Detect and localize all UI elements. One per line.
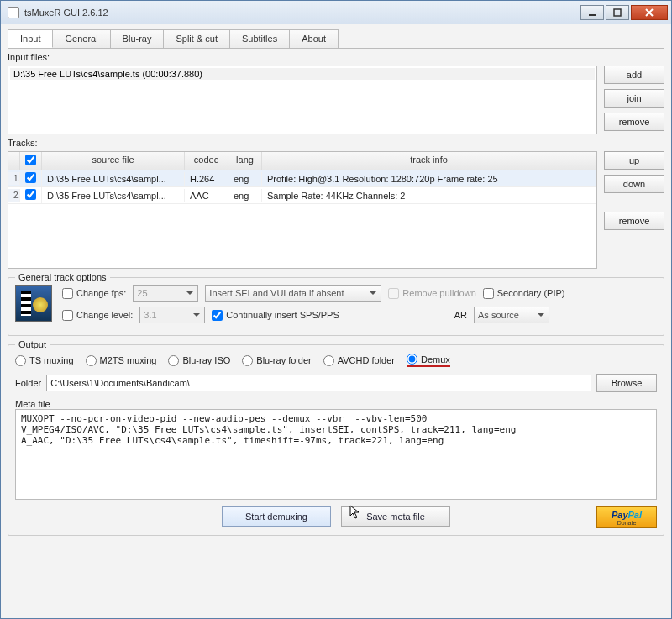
remove-track-button[interactable]: remove — [604, 212, 664, 230]
add-button[interactable]: add — [604, 66, 664, 84]
input-files-list[interactable]: D:\35 Free LUTs\cs4\sample.ts (00:00:37.… — [8, 66, 597, 134]
fps-select[interactable]: 25 — [133, 285, 198, 302]
check-all[interactable] — [25, 155, 36, 165]
general-track-options-group: General track options Change fps: 25 Ins… — [8, 277, 664, 336]
tab-bluray[interactable]: Blu-ray — [110, 29, 165, 48]
join-button[interactable]: join — [604, 89, 664, 108]
titlebar: tsMuxeR GUI 2.6.12 — [1, 1, 671, 24]
radio-ts-muxing[interactable]: TS muxing — [15, 355, 74, 366]
tracks-table[interactable]: source file codec lang track info 1 D:\3… — [8, 151, 597, 269]
col-track-info[interactable]: track info — [262, 152, 596, 170]
sei-select[interactable]: Insert SEI and VUI data if absent — [205, 285, 381, 302]
app-window: tsMuxeR GUI 2.6.12 Input General Blu-ray… — [0, 0, 672, 619]
radio-avchd-folder[interactable]: AVCHD folder — [323, 355, 395, 366]
client-area: Input General Blu-ray Split & cut Subtit… — [1, 24, 671, 618]
ar-select[interactable]: As source — [474, 307, 549, 323]
app-icon — [8, 7, 19, 18]
svg-rect-1 — [614, 9, 621, 16]
tab-input[interactable]: Input — [8, 29, 53, 48]
col-source-file[interactable]: source file — [42, 152, 185, 170]
input-file-item[interactable]: D:\35 Free LUTs\cs4\sample.ts (00:00:37.… — [10, 68, 595, 80]
track-row[interactable]: 1 D:\35 Free LUTs\cs4\sampl... H.264 eng… — [8, 170, 596, 187]
radio-demux[interactable]: Demux — [407, 354, 450, 367]
tab-about[interactable]: About — [289, 29, 339, 48]
folder-input[interactable] — [46, 375, 591, 391]
remove-input-button[interactable]: remove — [604, 113, 664, 131]
meta-file-text[interactable]: MUXOPT --no-pcr-on-video-pid --new-audio… — [15, 409, 657, 500]
tab-subtitles[interactable]: Subtitles — [229, 29, 290, 48]
col-codec[interactable]: codec — [185, 152, 228, 170]
col-lang[interactable]: lang — [228, 152, 262, 170]
maximize-button[interactable] — [606, 5, 629, 20]
change-level-checkbox[interactable] — [62, 310, 73, 321]
track-row[interactable]: 2 D:\35 Free LUTs\cs4\sampl... AAC eng S… — [8, 187, 596, 204]
remove-pulldown-checkbox — [388, 288, 399, 299]
start-demuxing-button[interactable]: Start demuxing — [222, 506, 331, 527]
cont-sps-checkbox[interactable] — [212, 310, 223, 321]
down-button[interactable]: down — [604, 175, 664, 193]
radio-bluray-folder[interactable]: Blu-ray folder — [242, 355, 311, 366]
minimize-button[interactable] — [580, 5, 604, 20]
radio-bluray-iso[interactable]: Blu-ray ISO — [168, 355, 230, 366]
browse-button[interactable]: Browse — [596, 374, 657, 392]
input-files-label: Input files: — [8, 52, 664, 62]
output-group: Output TS muxing M2TS muxing Blu-ray ISO… — [8, 344, 664, 536]
track-checkbox[interactable] — [25, 172, 36, 183]
window-title: tsMuxeR GUI 2.6.12 — [24, 8, 108, 18]
video-thumb-icon — [15, 285, 52, 322]
secondary-pip-checkbox[interactable] — [483, 288, 494, 299]
change-fps-checkbox[interactable] — [62, 288, 73, 299]
level-select[interactable]: 3.1 — [139, 307, 205, 323]
paypal-donate-button[interactable]: PayPal Donate — [596, 506, 657, 528]
radio-m2ts-muxing[interactable]: M2TS muxing — [86, 355, 157, 366]
track-checkbox[interactable] — [25, 189, 36, 200]
save-meta-button[interactable]: Save meta file — [341, 506, 450, 527]
main-tabs: Input General Blu-ray Split & cut Subtit… — [8, 29, 664, 49]
close-button[interactable] — [631, 5, 668, 20]
tab-general[interactable]: General — [52, 29, 110, 48]
tracks-label: Tracks: — [8, 138, 664, 148]
up-button[interactable]: up — [604, 151, 664, 170]
tab-split-cut[interactable]: Split & cut — [163, 29, 230, 48]
